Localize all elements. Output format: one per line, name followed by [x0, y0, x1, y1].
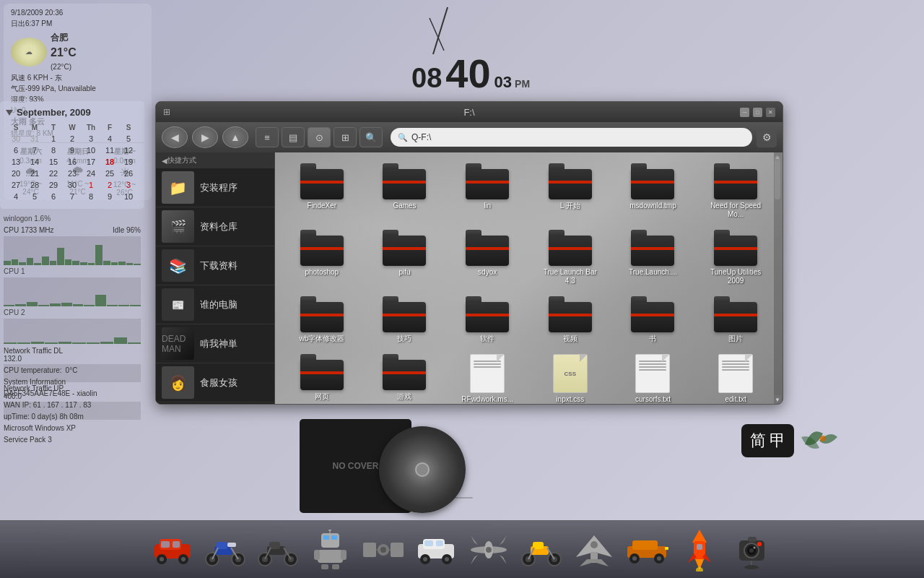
sidebar-item-computer[interactable]: 📰 谁的电脑 — [156, 285, 274, 324]
file-item-tl2[interactable]: True.Launch.... — [614, 226, 693, 289]
cal-day[interactable]: 31 — [26, 134, 43, 144]
file-item-book[interactable]: 书 — [614, 293, 693, 347]
cal-day[interactable]: 6 — [45, 191, 62, 202]
dock-item-moto1[interactable] — [201, 526, 248, 573]
sidebar-item-archive[interactable]: 🎬 资料仓库 — [156, 207, 274, 246]
file-item-lstart[interactable]: L 开始 — [531, 160, 610, 223]
cal-row-1[interactable]: 30 31 1 2 3 4 5 — [7, 134, 137, 144]
cal-day[interactable]: 3 — [82, 134, 100, 144]
cal-day[interactable]: 7 — [26, 145, 43, 155]
dock-item-moto2[interactable] — [254, 526, 301, 573]
sidebar-item-girl[interactable]: 👩 食服女孩 — [156, 363, 274, 402]
dock-item-rocket[interactable] — [676, 526, 723, 573]
dock-item-fighter[interactable] — [465, 526, 512, 573]
fm-forward-button[interactable]: ▶ — [192, 126, 218, 148]
dock-item-moto-yellow[interactable] — [518, 526, 565, 573]
cal-day[interactable]: 6 — [7, 145, 25, 155]
file-item-msdownld[interactable]: msdownld.tmp — [614, 160, 693, 223]
cal-day[interactable]: 24 — [82, 168, 100, 178]
file-item-photoshop[interactable]: photoshop — [282, 226, 362, 289]
fm-grid-view-button[interactable]: ⊞ — [334, 127, 357, 147]
cal-row-6[interactable]: 4 5 6 7 8 9 10 — [7, 191, 137, 202]
dock-item-camera[interactable] — [728, 526, 775, 573]
file-item-gamesfolder[interactable]: 游戏 — [365, 350, 445, 404]
cal-day[interactable]: 1 — [82, 180, 100, 190]
cal-day[interactable]: 7 — [64, 191, 81, 202]
cal-day[interactable]: 26 — [120, 168, 137, 178]
fm-search-bar[interactable]: 🔍 — [391, 128, 752, 147]
sidebar-item-download[interactable]: 📚 下载资料 — [156, 246, 274, 285]
file-item-jiqiao[interactable]: 技巧 — [365, 293, 445, 347]
dock-item-ship[interactable] — [359, 526, 406, 573]
cal-day[interactable]: 25 — [101, 168, 118, 178]
file-item-games[interactable]: Games — [365, 160, 445, 223]
cal-day[interactable]: 5 — [26, 191, 43, 202]
cal-today[interactable]: 18 — [101, 157, 118, 167]
cal-row-4[interactable]: 20 21 22 23 24 25 26 — [7, 168, 137, 178]
cal-day[interactable]: 10 — [120, 191, 137, 202]
sidebar-item-bite[interactable]: DEAD MAN 啃我神単 — [156, 324, 274, 363]
cal-day[interactable]: 10 — [82, 145, 100, 155]
cal-row-2[interactable]: 6 7 8 9 10 11 12 — [7, 145, 137, 155]
file-item-edittxt[interactable]: edit.txt — [696, 350, 775, 404]
cal-day[interactable]: 11 — [101, 145, 118, 155]
file-item-findexer[interactable]: FindeXer — [282, 160, 362, 223]
fm-search-input[interactable] — [411, 132, 745, 142]
cal-day[interactable]: 30 — [7, 134, 25, 144]
cal-day[interactable]: 20 — [7, 168, 25, 178]
cal-day[interactable]: 28 — [26, 180, 43, 190]
fm-detail-view-button[interactable]: ▤ — [282, 127, 305, 147]
cal-row-5[interactable]: 27 28 29 30 1 2 3 — [7, 180, 137, 190]
file-item-cursortxt[interactable]: cursorfs.txt — [614, 350, 693, 404]
file-item-sdyox[interactable]: sdyox — [448, 226, 527, 289]
file-item-tlb[interactable]: True Launch Bar 4.3 — [531, 226, 610, 289]
file-item-images[interactable]: 图片 — [696, 293, 775, 347]
file-item-wb[interactable]: wb字体修改器 — [282, 293, 362, 347]
cal-day[interactable]: 30 — [64, 180, 81, 190]
dock-item-car2[interactable] — [412, 526, 459, 573]
cal-day[interactable]: 17 — [82, 157, 100, 167]
fm-icon-view-button[interactable]: ⊙ — [308, 127, 331, 147]
file-item-pifu[interactable]: pifu — [365, 226, 445, 289]
cal-day[interactable]: 4 — [7, 191, 25, 202]
cal-day[interactable]: 15 — [45, 157, 62, 167]
cal-day[interactable]: 8 — [82, 191, 100, 202]
cal-day[interactable]: 23 — [64, 168, 81, 178]
cal-day[interactable]: 29 — [45, 180, 62, 190]
cal-day[interactable]: 3 — [120, 180, 137, 190]
file-item-lin[interactable]: lin — [448, 160, 527, 223]
cal-day[interactable]: 5 — [120, 134, 137, 144]
fm-close-button[interactable]: ✕ — [766, 108, 775, 117]
cal-day[interactable]: 21 — [26, 168, 43, 178]
fm-scrollbar[interactable]: ▲ ▼ — [774, 152, 783, 404]
fm-scroll-thumb[interactable] — [775, 156, 780, 199]
cal-day[interactable]: 27 — [7, 180, 25, 190]
fm-settings-button[interactable]: ⚙ — [757, 127, 777, 147]
cal-day[interactable]: 22 — [45, 168, 62, 178]
cal-day[interactable]: 9 — [101, 191, 118, 202]
cal-row-3[interactable]: 13 14 15 16 17 18 19 — [7, 157, 137, 167]
dock-item-car3[interactable] — [623, 526, 670, 573]
cal-day[interactable]: 9 — [64, 145, 81, 155]
fm-minimize-button[interactable]: ─ — [740, 108, 749, 117]
cal-day[interactable]: 12 — [120, 145, 137, 155]
file-item-inpxtcss[interactable]: CSS inpxt.css — [531, 350, 610, 404]
file-item-web[interactable]: 网页 — [282, 350, 362, 404]
fm-search-button[interactable]: 🔍 — [359, 127, 383, 147]
file-item-software[interactable]: 软件 — [448, 293, 527, 347]
cal-day[interactable]: 13 — [7, 157, 25, 167]
cal-day[interactable]: 8 — [45, 145, 62, 155]
cal-day[interactable]: 14 — [26, 157, 43, 167]
dock-item-cars[interactable] — [149, 526, 196, 573]
file-item-rfwdwork[interactable]: RFwdwork.ms... — [448, 350, 527, 404]
cal-day[interactable]: 2 — [64, 134, 81, 144]
fm-list-view-button[interactable]: ≡ — [256, 127, 279, 147]
cal-day[interactable]: 1 — [45, 134, 62, 144]
dock-item-plane[interactable] — [570, 526, 617, 573]
fm-up-button[interactable]: ▲ — [222, 126, 248, 148]
file-item-video[interactable]: 视频 — [531, 293, 610, 347]
cal-day[interactable]: 4 — [101, 134, 118, 144]
fm-maximize-button[interactable]: □ — [753, 108, 762, 117]
file-item-nfs[interactable]: Need for Speed Mo... — [696, 160, 775, 223]
cal-day[interactable]: 19 — [120, 157, 137, 167]
